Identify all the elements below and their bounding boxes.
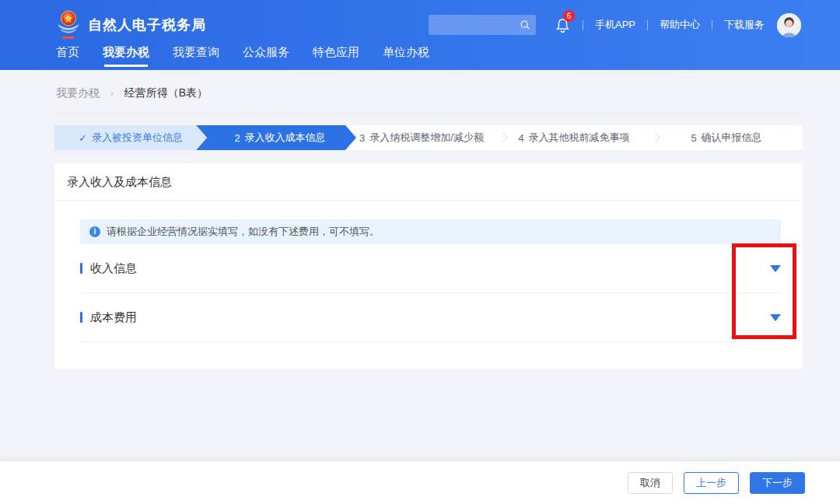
info-icon: i (89, 226, 100, 237)
nav-item-query[interactable]: 我要查询 (173, 45, 219, 67)
mobile-app-link[interactable]: 手机APP (595, 18, 635, 32)
header-row: 自然人电子税务局 6 手机APP 帮助中心 (0, 0, 840, 45)
panel-cost-expense[interactable]: 成本费用 (80, 293, 781, 342)
collapse-arrow-icon[interactable] (770, 265, 781, 272)
step-wizard: ✓ 录入被投资单位信息 2 录入收入成本信息 3 录入纳税调整增加/减少额 4 … (54, 125, 803, 150)
panel-accent-bar (80, 263, 82, 274)
wizard-step-4: 4 录入其他税前减免事项 (498, 125, 650, 150)
nav-item-home[interactable]: 首页 (56, 45, 79, 67)
wizard-step-3: 3 录入纳税调整增加/减少额 (345, 125, 498, 150)
page: 自然人电子税务局 6 手机APP 帮助中心 (0, 0, 840, 504)
wizard-step-5: 5 确认申报信息 (650, 125, 803, 150)
tax-bureau-logo-icon (56, 9, 81, 40)
panel-label: 成本费用 (90, 310, 137, 325)
app-title: 自然人电子税务局 (88, 16, 206, 34)
wizard-step-1[interactable]: ✓ 录入被投资单位信息 (54, 125, 207, 150)
footer-action-bar: 取消 上一步 下一步 (0, 461, 840, 504)
header-divider (712, 20, 712, 30)
step-label: 录入其他税前减免事项 (529, 131, 630, 145)
help-center-link[interactable]: 帮助中心 (660, 18, 700, 32)
collapse-arrow-icon[interactable] (770, 314, 781, 321)
search-box[interactable] (429, 15, 536, 35)
search-input[interactable] (435, 19, 520, 30)
nav-item-tax-filing[interactable]: 我要办税 (103, 45, 149, 67)
section-title: 录入收入及成本信息 (54, 163, 803, 201)
top-header: 自然人电子税务局 6 手机APP 帮助中心 (0, 0, 840, 70)
next-step-button[interactable]: 下一步 (750, 472, 805, 494)
step-label: 录入收入成本信息 (245, 131, 326, 145)
breadcrumb: 我要办税 › 经营所得（B表） (54, 70, 803, 114)
wizard-step-2: 2 录入收入成本信息 (196, 125, 356, 150)
breadcrumb-parent[interactable]: 我要办税 (56, 86, 100, 99)
cancel-button[interactable]: 取消 (628, 472, 673, 494)
step-label: 确认申报信息 (702, 131, 762, 145)
notification-badge: 6 (563, 10, 575, 22)
user-avatar[interactable] (777, 13, 801, 37)
step-label: 录入被投资单位信息 (92, 131, 183, 145)
step-check-icon: ✓ (79, 132, 87, 144)
nav-item-unit-tax[interactable]: 单位办税 (383, 45, 429, 67)
search-icon[interactable] (520, 19, 530, 30)
nav-item-featured-apps[interactable]: 特色应用 (313, 45, 359, 67)
step-number: 5 (691, 132, 696, 144)
nav-item-public-service[interactable]: 公众服务 (243, 45, 289, 67)
breadcrumb-current: 经营所得（B表） (124, 86, 208, 99)
breadcrumb-separator: › (110, 88, 114, 99)
header-divider (647, 20, 648, 30)
panel-accent-bar (80, 312, 82, 323)
info-alert: i 请根据企业经营情况据实填写，如没有下述费用，可不填写。 (80, 219, 781, 244)
alert-text: 请根据企业经营情况据实填写，如没有下述费用，可不填写。 (107, 225, 380, 239)
panel-income-info[interactable]: 收入信息 (80, 244, 781, 293)
step-label: 录入纳税调整增加/减少额 (369, 131, 484, 145)
step-number: 2 (234, 132, 240, 144)
download-service-link[interactable]: 下载服务 (724, 18, 765, 32)
main-navigation: 首页 我要办税 我要查询 公众服务 特色应用 单位办税 (0, 45, 840, 67)
header-divider (583, 20, 583, 30)
notification-bell-icon[interactable]: 6 (555, 16, 571, 33)
step-number: 3 (359, 132, 365, 144)
content-card: 录入收入及成本信息 i 请根据企业经营情况据实填写，如没有下述费用，可不填写。 … (54, 163, 803, 369)
previous-step-button[interactable]: 上一步 (684, 472, 739, 494)
panel-label: 收入信息 (90, 261, 137, 276)
step-number: 4 (518, 132, 523, 144)
